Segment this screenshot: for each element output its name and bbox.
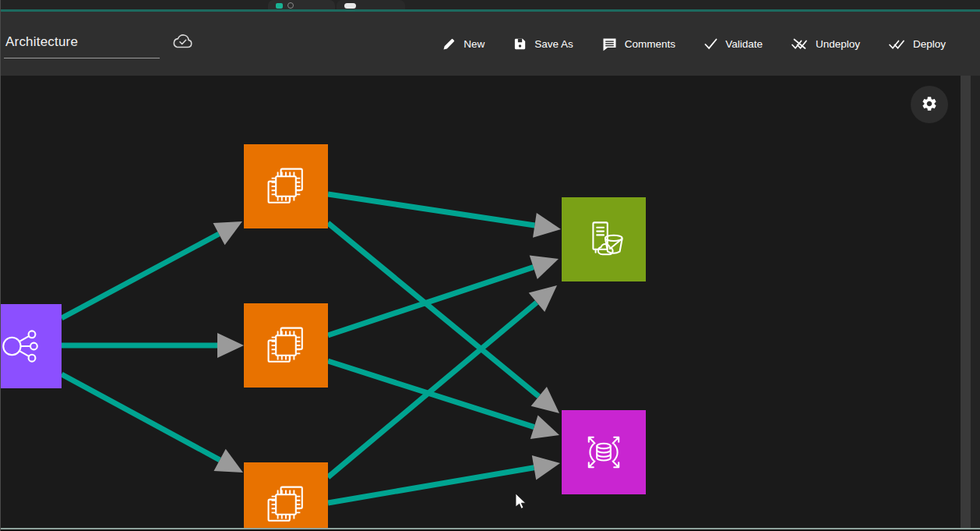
arrowhead-icon <box>532 455 560 480</box>
app-window: Architecture New <box>0 0 980 531</box>
favicon-icon <box>287 2 294 9</box>
save-as-label: Save As <box>534 38 573 50</box>
deploy-icon <box>888 37 906 51</box>
comments-label: Comments <box>625 38 675 50</box>
undeploy-icon <box>791 37 809 51</box>
edge-ec2-instance-1-to-database[interactable] <box>328 223 559 413</box>
architecture-name-input[interactable]: Architecture <box>4 30 160 58</box>
mouse-cursor <box>516 494 528 511</box>
cloud-check-icon <box>171 33 195 54</box>
ec2-instance-2-node[interactable] <box>244 303 328 388</box>
arrowhead-icon <box>531 415 559 438</box>
save-as-button[interactable]: Save As <box>511 34 575 55</box>
deploy-label: Deploy <box>913 38 946 50</box>
gear-icon <box>921 95 938 115</box>
check-icon <box>703 37 718 50</box>
edge-ec2-instance-1-to-storage[interactable] <box>328 194 561 238</box>
database-node[interactable] <box>562 410 646 494</box>
browser-tab[interactable] <box>268 0 335 9</box>
vertical-scrollbar-track <box>961 76 980 528</box>
diagram-canvas[interactable] <box>1 76 961 528</box>
edge-ec2-instance-2-to-storage[interactable] <box>328 255 559 335</box>
toolbar: Architecture New <box>1 12 980 76</box>
arrowhead-icon <box>530 255 559 278</box>
arrowhead-icon <box>217 333 244 358</box>
comments-button[interactable]: Comments <box>600 34 677 55</box>
load-balancer-node[interactable] <box>1 304 62 388</box>
app-logo-icon <box>276 3 283 9</box>
comments-icon <box>601 37 618 51</box>
new-label: New <box>464 38 485 50</box>
browser-tab[interactable] <box>337 0 405 9</box>
diagram-canvas-svg <box>1 76 961 528</box>
canvas-settings-button[interactable] <box>911 86 948 123</box>
validate-button[interactable]: Validate <box>702 34 764 53</box>
toolbar-actions: New Save As <box>440 34 947 55</box>
edge-load-balancer-to-ec2-instance-2[interactable] <box>62 333 244 358</box>
edge-ec2-instance-2-to-database[interactable] <box>328 361 559 439</box>
validate-label: Validate <box>725 38 763 50</box>
deploy-button[interactable]: Deploy <box>887 34 947 54</box>
pencil-icon <box>442 37 457 51</box>
ec2-instance-1-node[interactable] <box>244 144 328 228</box>
new-button[interactable]: New <box>440 34 486 55</box>
ec2-instance-3-node[interactable] <box>244 462 328 528</box>
storage-node[interactable] <box>562 197 646 281</box>
favicon-icon <box>344 3 356 9</box>
save-icon <box>513 37 527 51</box>
undeploy-label: Undeploy <box>816 38 860 50</box>
arrowhead-icon <box>533 213 561 238</box>
edge-load-balancer-to-ec2-instance-1[interactable] <box>62 221 242 318</box>
vertical-scrollbar-thumb[interactable] <box>961 76 971 528</box>
undeploy-button[interactable]: Undeploy <box>789 34 862 54</box>
browser-tab-strip <box>1 0 980 9</box>
edge-load-balancer-to-ec2-instance-3[interactable] <box>62 374 243 473</box>
